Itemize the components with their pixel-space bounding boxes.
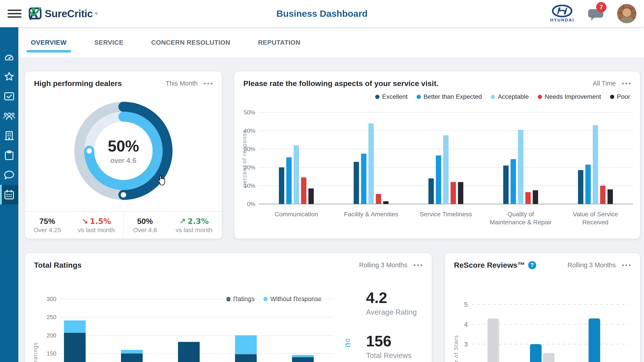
svg-text:percent of response: percent of response: [241, 129, 248, 187]
legend-needs-improvement: Needs Improvement: [538, 93, 601, 100]
svg-text:0%: 0%: [247, 201, 255, 207]
logo-text: SureCritic: [45, 7, 93, 20]
svg-text:Received: Received: [582, 219, 608, 226]
star-icon: [4, 71, 14, 82]
svg-text:Maintenance & Repair: Maintenance & Repair: [490, 219, 552, 226]
tab-reputation[interactable]: REPUTATION: [256, 33, 302, 52]
sidebar-item-dashboard[interactable]: [0, 47, 18, 67]
svg-text:250: 250: [47, 314, 56, 321]
svg-text:Facility & Amenities: Facility & Amenities: [344, 211, 398, 218]
card-menu-icon[interactable]: [622, 263, 631, 268]
card-menu-icon[interactable]: [204, 81, 213, 86]
aspects-legend: Excellent Better than Expected Acceptabl…: [234, 88, 640, 100]
registered-mark: ®: [95, 12, 98, 16]
rescore-bar-chart[interactable]: 543number of Stars: [454, 291, 633, 362]
svg-text:4: 4: [464, 321, 468, 328]
svg-text:200: 200: [47, 332, 56, 339]
hyundai-brand-logo: HYUNDAI: [550, 5, 574, 22]
page-title: Business Dashboard: [276, 8, 368, 19]
period-filter: All Time: [593, 80, 616, 87]
sidebar-item-schedule[interactable]: [0, 185, 18, 204]
chat-bubble-outline-icon: [4, 170, 14, 180]
svg-text:number of ratings: number of ratings: [32, 342, 38, 362]
surecritic-logo-icon: [28, 6, 42, 21]
svg-text:number of Stars: number of Stars: [454, 335, 459, 362]
card-menu-icon[interactable]: [622, 81, 631, 86]
sidebar-item-customers[interactable]: [0, 106, 18, 126]
total-reviews-stat: 156 Total Reviews: [337, 334, 431, 360]
sidebar-item-messages[interactable]: [0, 165, 18, 185]
hamburger-menu-icon[interactable]: [8, 8, 22, 19]
rescore-reviews-card: ReScore Reviews™ ? Rolling 3 Months 543n…: [445, 253, 640, 362]
card-title: ReScore Reviews™: [454, 261, 525, 270]
star-badge-icon: [337, 290, 358, 312]
average-rating-stat: 4.2 Average Rating: [337, 290, 431, 317]
tab-concern-resolution[interactable]: CONCERN RESOLUTION: [149, 33, 232, 52]
gauge-icon: [4, 52, 14, 62]
high-performing-dealers-card: High performing dealers This Month 50% o…: [25, 71, 222, 239]
check-square-icon: [4, 92, 14, 101]
stat-delta-down: ↘1.5% vs last month: [78, 217, 115, 234]
legend-better-than-expected: Better than Expected: [416, 93, 482, 100]
hyundai-oval-icon: [552, 5, 572, 17]
aspects-bar-chart[interactable]: 0%10%20%30%40%50%percent of responseComm…: [241, 105, 634, 239]
total-ratings-card: Total Ratings Rolling 3 Months Ratings W…: [25, 253, 432, 362]
building-icon: [4, 131, 14, 141]
messages-button[interactable]: 7: [587, 5, 604, 22]
calendar-icon: [4, 189, 14, 200]
ratings-summary: 4.2 Average Rating 156 Total Reviews: [337, 290, 431, 362]
svg-text:Service Timeliness: Service Timeliness: [420, 211, 472, 218]
clipboard-icon: [4, 150, 14, 160]
period-filter: This Month: [166, 80, 198, 87]
period-filter: Rolling 3 Months: [568, 261, 616, 269]
legend-acceptable: Acceptable: [491, 93, 529, 100]
legend-poor: Poor: [610, 93, 630, 100]
card-title: Please rate the following aspects of you…: [243, 79, 438, 88]
svg-text:Quality of: Quality of: [507, 211, 534, 218]
ratings-stacked-bar-chart[interactable]: 300250200150number of ratings: [25, 289, 349, 362]
mouse-cursor-pointer: [157, 175, 167, 186]
svg-text:300: 300: [47, 296, 56, 302]
surecritic-logo: SureCritic ®: [28, 6, 98, 21]
period-filter: Rolling 3 Months: [359, 261, 408, 269]
tab-overview[interactable]: OVERVIEW: [29, 33, 68, 52]
sidebar-item-reports[interactable]: [0, 145, 18, 165]
trend-down-icon: ↘: [82, 217, 88, 226]
gauge-stats-row: 75% Over 4.25 ↘1.5% vs last month 50% Ov…: [25, 211, 222, 239]
reviews-badge-icon: [337, 334, 358, 355]
sidebar-item-reviews[interactable]: [0, 67, 18, 86]
sidebar-item-surveys[interactable]: [0, 86, 18, 106]
stat-over-425: 75% Over 4.25: [34, 217, 61, 234]
trend-up-icon: ↗: [179, 217, 186, 226]
svg-text:150: 150: [47, 350, 56, 357]
user-avatar[interactable]: [617, 4, 636, 23]
card-menu-icon[interactable]: [413, 263, 422, 268]
svg-text:5: 5: [464, 301, 468, 308]
sidebar-nav: [0, 27, 18, 362]
sidebar-item-locations[interactable]: [0, 126, 18, 145]
svg-text:Communication: Communication: [274, 211, 318, 218]
dashboard-tabbar: OVERVIEW SERVICE CONCERN RESOLUTION REPU…: [18, 27, 644, 58]
hyundai-brand-name: HYUNDAI: [550, 18, 574, 22]
card-title: High performing dealers: [34, 79, 122, 88]
app-header: SureCritic ® Business Dashboard HYUNDAI …: [0, 0, 644, 27]
service-aspects-card: Please rate the following aspects of you…: [234, 71, 640, 239]
people-icon: [3, 111, 15, 120]
notification-badge: 7: [596, 2, 606, 12]
help-icon[interactable]: ?: [528, 261, 536, 269]
card-title: Total Ratings: [34, 261, 82, 270]
tab-service[interactable]: SERVICE: [92, 33, 125, 52]
stat-over-46: 50% Over 4.6: [133, 217, 157, 234]
stat-delta-up: ↗2.3% vs last month: [176, 217, 212, 234]
svg-text:50%: 50%: [244, 109, 255, 116]
legend-excellent: Excellent: [375, 93, 408, 100]
svg-text:Value of Service: Value of Service: [573, 211, 618, 218]
dealer-gauge-chart[interactable]: 50% over 4.6: [65, 93, 182, 209]
svg-text:3: 3: [464, 340, 468, 348]
